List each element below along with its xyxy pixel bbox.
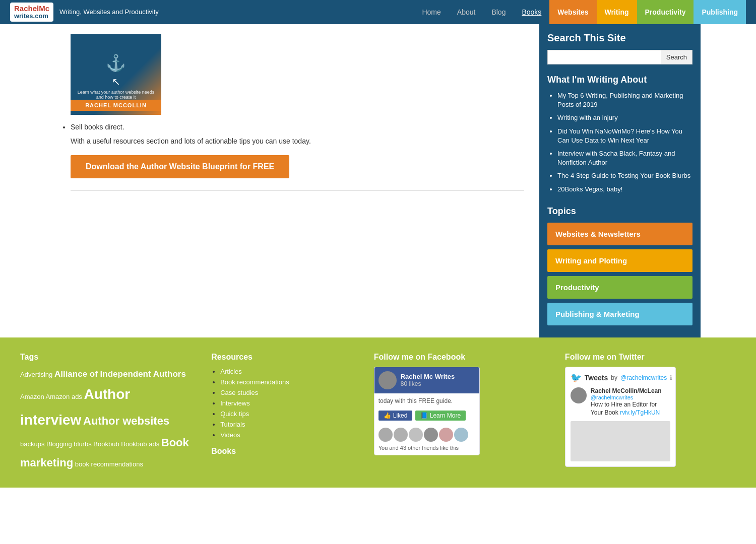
writing-about-section: What I'm Writing About My Top 6 Writing,… [547, 75, 692, 194]
nav-writing-button[interactable]: Writing [597, 0, 637, 24]
writing-about-list: My Top 6 Writing, Publishing and Marketi… [547, 91, 692, 194]
fb-friend-5 [439, 428, 453, 442]
nav-websites-button[interactable]: Websites [549, 0, 596, 24]
thumbs-up-icon: 👍 [384, 412, 391, 419]
writing-about-item-2: Did You Win NaNoWriMo? Here's How You Ca… [557, 127, 692, 145]
writing-about-title: What I'm Writing About [547, 75, 692, 85]
search-section-title: Search This Site [547, 32, 692, 44]
logo-tagline: Writing, Websites and Productivity [59, 8, 159, 16]
tag-advertising[interactable]: Advertising [20, 371, 54, 378]
twitter-info-icon: ℹ [670, 374, 672, 381]
tag-bookbub[interactable]: Bookbub [93, 440, 121, 448]
banner-author-name: RACHEL MCCOLLIN [71, 100, 161, 111]
tweet-avatar [571, 387, 587, 403]
tweet-content: Rachel McCollin/McLean @rachelmcwrites H… [591, 387, 670, 418]
nav-books[interactable]: Books [514, 0, 549, 24]
fb-page-name: Rachel Mc Writes [401, 373, 455, 380]
writing-about-item-0: My Top 6 Writing, Publishing and Marketi… [557, 91, 692, 109]
resource-interviews: Interviews [220, 399, 354, 407]
tweet-link[interactable]: rviv.ly/TgHkUN [620, 409, 660, 416]
tags-column: Tags Advertising Alliance of Independent… [20, 353, 191, 473]
tag-amazon-ads[interactable]: Amazon ads [46, 393, 84, 400]
nav-productivity-button[interactable]: Productivity [637, 0, 694, 24]
facebook-widget: Rachel Mc Writes 80 likes today with thi… [374, 367, 480, 455]
twitter-column: Follow me on Twitter 🐦 Tweets by @rachel… [565, 353, 736, 473]
fb-friend-2 [394, 428, 408, 442]
tags-content: Advertising Alliance of Independent Auth… [20, 367, 191, 473]
footer: Tags Advertising Alliance of Independent… [0, 337, 756, 488]
twitter-title: Follow me on Twitter [565, 353, 736, 362]
main-list: Sell books direct. [71, 123, 524, 131]
twitter-widget: 🐦 Tweets by @rachelmcwrites ℹ Rachel McC… [565, 367, 676, 467]
twitter-handle[interactable]: @rachelmcwrites [620, 374, 667, 381]
resources-title: Resources [211, 353, 354, 362]
tag-author-websites[interactable]: Author websites [83, 415, 169, 427]
fb-friend-6 [454, 428, 468, 442]
tag-amazon[interactable]: Amazon [20, 393, 46, 400]
facebook-title: Follow me on Facebook [374, 353, 545, 362]
search-input[interactable] [547, 50, 661, 64]
tag-book-recommendations[interactable]: book recommendations [75, 460, 143, 468]
fb-learn-more-button[interactable]: 📘 Learn More [415, 411, 466, 421]
fb-likes: 80 likes [401, 380, 455, 387]
cta-button[interactable]: Download the Author Website Blueprint fo… [71, 155, 289, 178]
fb-avatar [379, 371, 397, 389]
facebook-column: Follow me on Facebook Rachel Mc Writes 8… [374, 353, 545, 473]
tag-alliance[interactable]: Alliance of Independent Authors [54, 369, 186, 379]
nav-blog[interactable]: Blog [483, 0, 514, 24]
nav-publishing-button[interactable]: Publishing [694, 0, 746, 24]
twitter-bird-icon: 🐦 [571, 372, 582, 383]
resource-quick-tips: Quick tips [220, 410, 354, 418]
logo-box: RachelMc writes.com [10, 3, 53, 22]
search-box: Search [547, 50, 692, 64]
logo-line2: writes.com [14, 13, 49, 20]
search-button[interactable]: Search [661, 50, 692, 64]
nav-home[interactable]: Home [414, 0, 449, 24]
nav-links: Home About Blog Books Websites Writing P… [414, 0, 746, 24]
fb-body: today with this FREE guide. [374, 393, 479, 409]
fb-friend-3 [409, 428, 423, 442]
topic-productivity[interactable]: Productivity [547, 276, 692, 299]
cursor-icon: ↖ [112, 76, 120, 88]
resources-column: Resources Articles Book recommendations … [211, 353, 354, 473]
logo-area: RachelMc writes.com Writing, Websites an… [10, 3, 159, 22]
tweet-author-handle: @rachelmcwrites [591, 394, 670, 400]
fb-friends [374, 425, 479, 445]
writing-about-item-4: The 4 Step Guide to Testing Your Book Bl… [557, 171, 692, 180]
tweet-author-name: Rachel McCollin/McLean [591, 387, 670, 394]
fb-like-button[interactable]: 👍 Liked [379, 411, 413, 421]
main-content: ⚓ ↖ Learn what your author website needs… [55, 24, 539, 337]
books-title: Books [211, 447, 354, 456]
topics-section: Topics Websites & Newsletters Writing an… [547, 206, 692, 325]
resources-list: Articles Book recommendations Case studi… [211, 368, 354, 439]
top-nav: RachelMc writes.com Writing, Websites an… [0, 0, 756, 24]
fb-info: Rachel Mc Writes 80 likes [401, 373, 455, 387]
divider [71, 190, 524, 191]
topic-writing-plotting[interactable]: Writing and Plotting [547, 249, 692, 272]
banner-small-text: Learn what your author website needs and… [71, 90, 161, 100]
writing-about-item-5: 20Books Vegas, baby! [557, 185, 692, 194]
topic-websites-newsletters[interactable]: Websites & Newsletters [547, 223, 692, 245]
tweet-row: Rachel McCollin/McLean @rachelmcwrites H… [571, 387, 670, 418]
topic-publishing-marketing[interactable]: Publishing & Marketing [547, 303, 692, 325]
tag-bookbub-ads[interactable]: Bookbub ads [121, 440, 161, 448]
fb-guide-text: today with this FREE guide. [379, 397, 453, 404]
resource-articles: Articles [220, 368, 354, 375]
tag-blurbs[interactable]: blurbs [74, 440, 93, 448]
fb-header: Rachel Mc Writes 80 likes [374, 367, 479, 393]
logo-line1: RachelMc [14, 5, 49, 13]
nav-about[interactable]: About [449, 0, 484, 24]
tag-backups[interactable]: backups [20, 440, 46, 448]
banner-img-content: ⚓ ↖ Learn what your author website needs… [71, 53, 161, 100]
resource-case-studies: Case studies [220, 389, 354, 396]
sell-books-item: Sell books direct. [71, 123, 524, 131]
writing-about-item-1: Writing with an injury [557, 113, 692, 122]
fb-actions: 👍 Liked 📘 Learn More [374, 409, 479, 425]
tag-blogging[interactable]: Blogging [46, 440, 74, 448]
resource-tutorials: Tutorials [220, 421, 354, 428]
topics-title: Topics [547, 206, 692, 217]
tweet-text: How to Hire an Editor for Your Book rviv… [591, 400, 670, 418]
description-text: With a useful resources section and lots… [71, 137, 524, 145]
banner-area: ⚓ ↖ Learn what your author website needs… [71, 34, 524, 115]
fb-friend-4 [424, 428, 438, 442]
